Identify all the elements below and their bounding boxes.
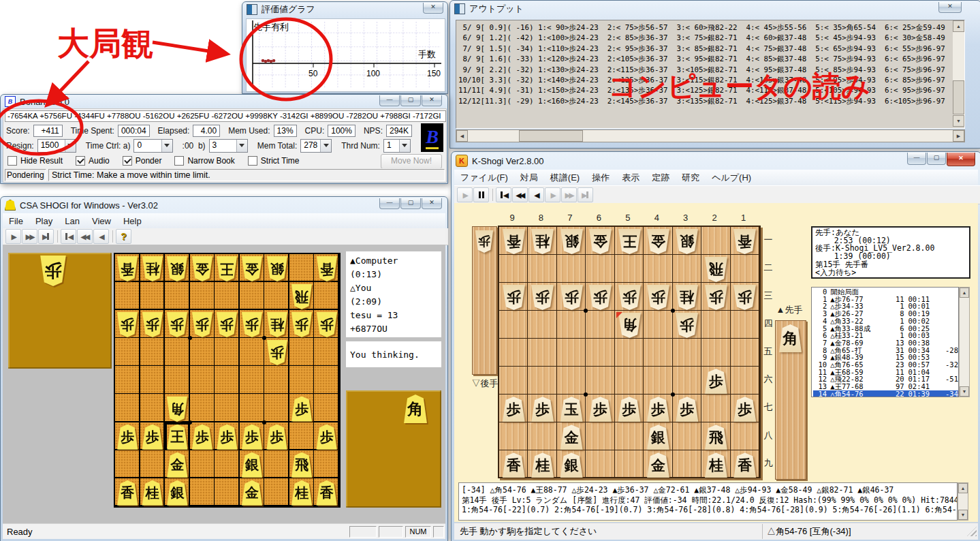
csa-toolbar-help-icon[interactable]: ? xyxy=(116,229,131,244)
board-piece-香-99[interactable]: 香 xyxy=(502,452,526,478)
board-piece-銀-79[interactable]: 銀 xyxy=(166,480,188,506)
board-piece-王-51[interactable]: 王 xyxy=(618,229,642,254)
board-piece-歩-63[interactable]: 歩 xyxy=(588,285,612,310)
board-piece-飛-22[interactable]: 飛 xyxy=(291,284,313,309)
chevron-down-icon[interactable] xyxy=(399,140,410,152)
board-piece-歩-73[interactable]: 歩 xyxy=(560,285,584,310)
checkbox-hide-result[interactable]: Hide Result xyxy=(7,156,63,166)
output-hscrollbar[interactable]: ◀ ▶ xyxy=(456,129,965,142)
board-piece-歩-37[interactable]: 歩 xyxy=(266,424,288,450)
board-piece-桂-81[interactable]: 桂 xyxy=(531,229,554,254)
checkbox-box-icon[interactable] xyxy=(174,156,184,166)
maximize-icon[interactable]: ▢ xyxy=(927,153,946,165)
board-piece-歩-26[interactable]: 歩 xyxy=(704,369,728,394)
board-piece-歩-67[interactable]: 歩 xyxy=(588,397,612,422)
scroll-left-icon[interactable]: ◀ xyxy=(456,130,468,142)
move-row-14[interactable]: 14△角54-762201:39-34 xyxy=(813,390,958,397)
kshogi-menu-item-3[interactable]: 操作 xyxy=(586,170,616,185)
kshogi-menu-item-2[interactable]: 棋譜(E) xyxy=(544,170,586,185)
board-piece-香-19[interactable]: 香 xyxy=(316,480,338,506)
board-piece-香-11[interactable]: 香 xyxy=(733,229,757,254)
analysis-scrollbar[interactable]: ▲ ▼ xyxy=(958,482,968,521)
board-piece-銀-71[interactable]: 銀 xyxy=(166,256,188,281)
checkbox-box-icon[interactable] xyxy=(123,156,132,166)
kshogi-board[interactable]: 香桂銀金王金銀香飛歩歩歩歩歩歩桂歩歩角歩歩歩歩玉歩歩歩歩歩金銀飛香桂銀金桂香 xyxy=(498,226,761,478)
csa-toolbar-skip-to-start-icon[interactable]: ◀ xyxy=(61,229,76,244)
combo-3[interactable]: 278 xyxy=(300,139,332,153)
checkbox-ponder[interactable]: Ponder xyxy=(123,156,162,166)
kshogi-toolbar-rewind-icon[interactable]: ◀◀ xyxy=(512,187,528,202)
board-piece-金-61[interactable]: 金 xyxy=(588,229,612,254)
board-piece-歩-13[interactable]: 歩 xyxy=(733,285,757,310)
csa-toolbar-fast-forward-icon[interactable]: ▶▶ xyxy=(22,229,37,244)
csa-menu-item-4[interactable]: Help xyxy=(117,215,148,228)
hand-piece-角[interactable]: 角 xyxy=(778,324,802,352)
scroll-up-icon[interactable]: ▲ xyxy=(960,288,969,298)
kshogi-menu-item-1[interactable]: 対局 xyxy=(514,170,544,185)
board-piece-銀-48[interactable]: 銀 xyxy=(241,452,263,478)
board-piece-歩-17[interactable]: 歩 xyxy=(733,397,757,422)
scroll-down-icon[interactable]: ▼ xyxy=(960,386,969,397)
kshogi-menu-item-6[interactable]: 研究 xyxy=(676,170,706,185)
kshogi-menu-item-4[interactable]: 表示 xyxy=(616,170,646,185)
kshogi-menu-item-7[interactable]: ヘルプ(H) xyxy=(706,170,757,185)
close-icon[interactable]: ✕ xyxy=(938,2,962,13)
field-value-elapsed[interactable]: 4.00 xyxy=(193,125,220,137)
csa-menu-item-0[interactable]: File xyxy=(3,215,29,228)
board-piece-歩-13[interactable]: 歩 xyxy=(316,312,338,337)
board-piece-銀-31[interactable]: 銀 xyxy=(675,229,699,254)
chevron-down-icon[interactable] xyxy=(161,140,172,152)
board-piece-歩-97[interactable]: 歩 xyxy=(502,397,526,422)
csa-menu-item-2[interactable]: Lan xyxy=(59,215,86,228)
board-piece-歩-93[interactable]: 歩 xyxy=(116,312,138,337)
board-piece-香-91[interactable]: 香 xyxy=(116,256,138,281)
field-value-memused[interactable]: 13% xyxy=(274,125,297,137)
kshogi-toolbar-step-back-icon[interactable]: ◀ xyxy=(528,187,544,202)
scroll-down-icon[interactable]: ▼ xyxy=(953,115,964,127)
close-icon[interactable]: ✕ xyxy=(947,153,975,166)
checkbox-audio[interactable]: Audio xyxy=(76,156,110,166)
board-piece-歩-43[interactable]: 歩 xyxy=(646,285,670,310)
board-piece-歩-57[interactable]: 歩 xyxy=(618,397,642,422)
board-piece-歩-83[interactable]: 歩 xyxy=(531,285,554,310)
eval-graph-titlebar[interactable]: 評価値グラフ xyxy=(242,2,447,17)
output-titlebar[interactable]: アウトプット xyxy=(450,1,980,17)
board-piece-銀-71[interactable]: 銀 xyxy=(560,229,584,254)
board-piece-歩-47[interactable]: 歩 xyxy=(646,397,670,422)
hand-piece-歩[interactable]: 歩 xyxy=(475,230,494,253)
board-piece-桂-89[interactable]: 桂 xyxy=(531,452,554,478)
board-piece-歩-53[interactable]: 歩 xyxy=(216,312,238,337)
field-value-timespent[interactable]: 000:04 xyxy=(118,125,150,137)
kshogi-toolbar-skip-to-start-icon[interactable]: ◀ xyxy=(496,187,511,202)
board-piece-歩-43[interactable]: 歩 xyxy=(241,312,263,337)
csa-toolbar-skip-to-end-icon[interactable]: ▶ xyxy=(38,229,54,244)
board-piece-銀-31[interactable]: 銀 xyxy=(266,256,288,281)
chevron-down-icon[interactable] xyxy=(65,140,76,152)
board-piece-王-77[interactable]: 王 xyxy=(166,424,188,450)
checkbox-box-icon[interactable] xyxy=(76,156,85,166)
field-value-score[interactable]: +411 xyxy=(33,125,63,137)
movelist-scrollbar[interactable]: ▲ ▼ xyxy=(959,287,970,397)
board-piece-歩-57[interactable]: 歩 xyxy=(216,424,238,450)
board-piece-歩-53[interactable]: 歩 xyxy=(618,285,642,310)
scroll-up-icon[interactable]: ▲ xyxy=(958,483,968,493)
board-piece-歩-67[interactable]: 歩 xyxy=(191,424,213,450)
board-piece-桂-81[interactable]: 桂 xyxy=(142,256,163,281)
board-piece-桂-29[interactable]: 桂 xyxy=(291,480,313,506)
vscroll-thumb[interactable] xyxy=(953,80,964,114)
kshogi-toolbar-pause-icon[interactable] xyxy=(473,187,489,202)
combo-2[interactable]: 3 xyxy=(209,139,248,153)
board-piece-歩-37[interactable]: 歩 xyxy=(675,397,699,422)
board-piece-桂-33[interactable]: 桂 xyxy=(266,312,288,337)
maximize-icon[interactable]: ▢ xyxy=(400,95,421,106)
chevron-down-icon[interactable] xyxy=(320,140,331,152)
board-piece-歩-83[interactable]: 歩 xyxy=(142,312,163,337)
combo-1[interactable]: 0 xyxy=(133,139,172,153)
hand-piece-角[interactable]: 角 xyxy=(403,395,428,423)
checkbox-box-icon[interactable] xyxy=(7,156,17,166)
board-piece-飛-22[interactable]: 飛 xyxy=(704,257,728,282)
board-piece-歩-23[interactable]: 歩 xyxy=(704,285,728,310)
checkbox-box-icon[interactable] xyxy=(248,156,257,166)
csa-toolbar-rewind-icon[interactable]: ◀◀ xyxy=(77,229,93,244)
board-piece-歩-17[interactable]: 歩 xyxy=(316,424,338,450)
